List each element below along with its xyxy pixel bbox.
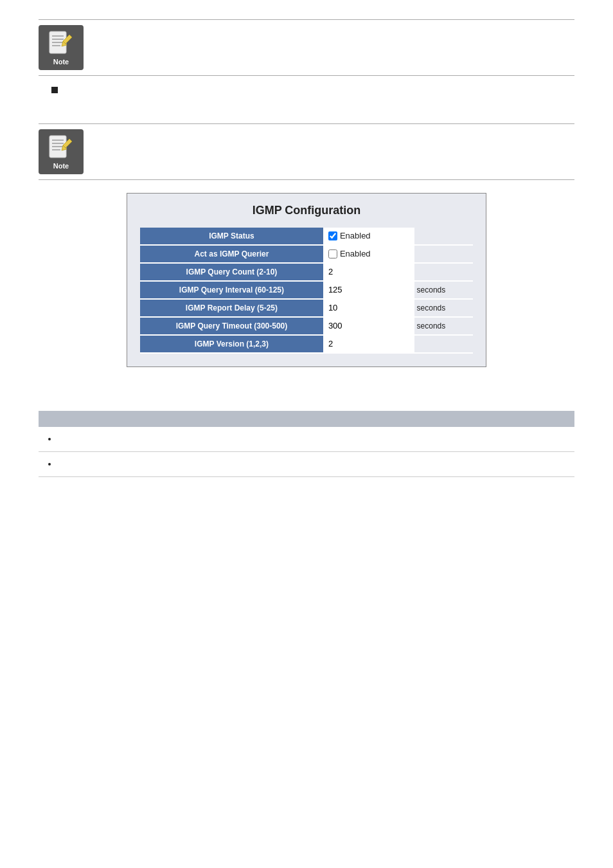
igmp-query-count-value[interactable] xyxy=(323,263,414,281)
igmp-query-count-input[interactable] xyxy=(328,267,360,276)
note-icon-2: Note xyxy=(39,129,84,174)
igmp-query-interval-value[interactable] xyxy=(323,281,414,299)
igmp-config-panel: IGMP Configuration IGMP Status Enabled A… xyxy=(127,193,486,367)
list-item xyxy=(58,432,574,446)
igmp-query-interval-unit: seconds xyxy=(414,281,473,299)
bullet-text-1 xyxy=(64,85,67,98)
igmp-querier-unit xyxy=(414,245,473,263)
table-row: Act as IGMP Querier Enabled xyxy=(140,245,473,263)
note-icon-1: Note xyxy=(39,25,84,70)
bullet-section-1 xyxy=(51,85,574,98)
igmp-version-label: IGMP Version (1,2,3) xyxy=(140,335,323,353)
igmp-query-timeout-label: IGMP Query Timeout (300-500) xyxy=(140,317,323,335)
table-row: IGMP Version (1,2,3) xyxy=(140,335,473,353)
igmp-report-delay-input[interactable] xyxy=(328,303,360,312)
table-row: IGMP Query Interval (60-125) seconds xyxy=(140,281,473,299)
bullet-square-icon xyxy=(51,87,58,93)
divider-2 xyxy=(39,476,574,477)
igmp-querier-label: Act as IGMP Querier xyxy=(140,245,323,263)
note-label-2: Note xyxy=(53,162,69,170)
igmp-version-unit xyxy=(414,335,473,353)
igmp-query-timeout-input[interactable] xyxy=(328,321,360,330)
note-block-2: Note xyxy=(39,123,574,180)
igmp-status-checkbox[interactable] xyxy=(328,231,337,240)
igmp-status-unit xyxy=(414,228,473,245)
igmp-config-table: IGMP Status Enabled Act as IGMP Querier … xyxy=(140,228,473,354)
note-block-1: Note xyxy=(39,19,574,76)
bullet-item-1 xyxy=(51,85,574,98)
note-text-2 xyxy=(94,129,574,145)
igmp-status-label: IGMP Status xyxy=(140,228,323,245)
note-svg-2 xyxy=(48,134,75,161)
igmp-version-input[interactable] xyxy=(328,339,360,348)
note-label-1: Note xyxy=(53,58,69,66)
igmp-report-delay-unit: seconds xyxy=(414,299,473,317)
list-item xyxy=(58,457,574,471)
igmp-query-timeout-unit: seconds xyxy=(414,317,473,335)
igmp-query-count-label: IGMP Query Count (2-10) xyxy=(140,263,323,281)
igmp-status-value[interactable]: Enabled xyxy=(323,228,414,245)
igmp-querier-value[interactable]: Enabled xyxy=(323,245,414,263)
igmp-report-delay-label: IGMP Report Delay (5-25) xyxy=(140,299,323,317)
igmp-querier-text: Enabled xyxy=(340,249,371,258)
igmp-status-text: Enabled xyxy=(340,231,371,240)
divider-1 xyxy=(39,451,574,452)
igmp-config-title: IGMP Configuration xyxy=(140,204,473,217)
note-svg-1 xyxy=(48,30,75,57)
bottom-section-header xyxy=(39,411,574,427)
table-row: IGMP Query Timeout (300-500) seconds xyxy=(140,317,473,335)
igmp-query-interval-input[interactable] xyxy=(328,285,360,294)
igmp-query-timeout-value[interactable] xyxy=(323,317,414,335)
table-row: IGMP Query Count (2-10) xyxy=(140,263,473,281)
note-text-1 xyxy=(94,25,574,41)
igmp-report-delay-value[interactable] xyxy=(323,299,414,317)
bottom-bullet-list xyxy=(58,432,574,446)
table-row: IGMP Status Enabled xyxy=(140,228,473,245)
list-item-text-1 xyxy=(58,434,392,444)
table-row: IGMP Report Delay (5-25) seconds xyxy=(140,299,473,317)
igmp-query-interval-label: IGMP Query Interval (60-125) xyxy=(140,281,323,299)
igmp-query-count-unit xyxy=(414,263,473,281)
igmp-version-value[interactable] xyxy=(323,335,414,353)
list-item-text-2 xyxy=(58,459,392,469)
igmp-querier-checkbox[interactable] xyxy=(328,249,337,258)
bottom-bullet-list-2 xyxy=(58,457,574,471)
